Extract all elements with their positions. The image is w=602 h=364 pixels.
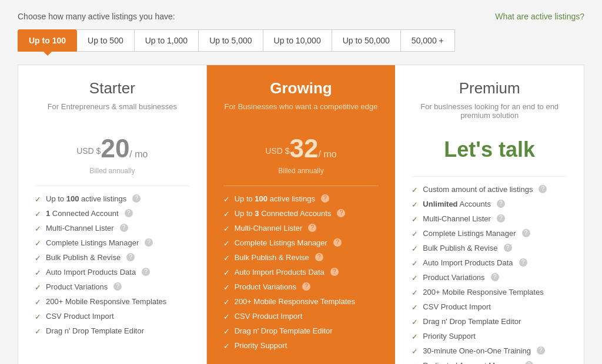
help-icon[interactable]: ? <box>145 238 153 247</box>
check-icon: ✓ <box>223 327 230 336</box>
feature-item: ✓Drag n' Drop Template Editor <box>412 317 567 326</box>
check-icon: ✓ <box>35 210 41 218</box>
plan-starter: StarterFor Entrepreneurs & small busines… <box>18 65 207 364</box>
help-icon[interactable]: ? <box>308 224 316 232</box>
help-icon[interactable]: ? <box>126 253 135 261</box>
feature-text: Auto Import Products Data <box>235 268 325 277</box>
help-icon[interactable]: ? <box>537 346 545 355</box>
feature-item: ✓Complete Listings Manager? <box>223 238 379 248</box>
plan-starter-price: USD $20/ mo <box>35 134 190 163</box>
tab-50000-button[interactable]: Up to 50,000 <box>332 29 401 52</box>
feature-text: 30-minute One-on-One Training <box>423 346 531 355</box>
check-icon: ✓ <box>412 288 418 297</box>
feature-text: Dedicated Account Manager <box>423 361 519 364</box>
feature-text: Auto Import Products Data <box>46 268 136 277</box>
help-icon[interactable]: ? <box>302 282 310 291</box>
check-icon: ✓ <box>223 268 230 277</box>
help-icon[interactable]: ? <box>497 200 505 208</box>
help-icon[interactable]: ? <box>491 273 499 281</box>
feature-item: ✓200+ Mobile Responsive Templates <box>412 288 567 297</box>
check-icon: ✓ <box>223 254 230 262</box>
help-icon[interactable]: ? <box>125 209 133 217</box>
feature-text: Custom amount of active listings <box>423 185 533 194</box>
feature-text: Multi-Channel Lister <box>46 224 114 232</box>
help-icon[interactable]: ? <box>539 185 547 193</box>
help-icon[interactable]: ? <box>315 253 323 261</box>
feature-item: ✓Up to 3 Connected Accounts? <box>223 209 379 218</box>
feature-text: 200+ Mobile Responsive Templates <box>423 288 543 296</box>
feature-text: Up to 3 Connected Accounts <box>235 209 332 218</box>
feature-item: ✓Multi-Channel Lister? <box>35 224 190 233</box>
check-icon: ✓ <box>35 268 41 277</box>
feature-text: Bulk Publish & Revise <box>46 253 121 262</box>
tab-100-button[interactable]: Up to 100 <box>18 29 77 52</box>
plan-growing-billed: Billed annually <box>223 167 379 175</box>
feature-text: CSV Product Import <box>423 302 491 311</box>
check-icon: ✓ <box>412 347 418 356</box>
feature-item: ✓1 Connected Account? <box>35 209 190 218</box>
help-icon[interactable]: ? <box>142 268 150 276</box>
help-icon[interactable]: ? <box>519 258 527 267</box>
check-icon: ✓ <box>412 186 418 194</box>
plan-premium-divider <box>412 176 567 177</box>
feature-text: Complete Listings Manager <box>235 238 327 247</box>
help-icon[interactable]: ? <box>330 268 339 276</box>
help-icon[interactable]: ? <box>321 194 329 203</box>
feature-text: Bulk Publish & Revise <box>423 244 497 252</box>
help-icon[interactable]: ? <box>113 282 122 291</box>
plan-premium-name: Premium <box>412 79 567 97</box>
feature-item: ✓Bulk Publish & Revise? <box>223 253 379 262</box>
header-question: Choose how many active listings you have… <box>18 12 175 21</box>
check-icon: ✓ <box>35 254 41 262</box>
feature-item: ✓Complete Listings Manager? <box>35 238 190 248</box>
check-icon: ✓ <box>35 298 41 306</box>
page-wrapper: Choose how many active listings you have… <box>0 0 602 364</box>
help-icon[interactable]: ? <box>132 194 141 203</box>
help-icon[interactable]: ? <box>522 229 530 237</box>
feature-item: ✓Custom amount of active listings? <box>412 185 567 194</box>
tab-500-button[interactable]: Up to 500 <box>77 29 135 52</box>
what-are-active-listings-link[interactable]: What are active listings? <box>495 12 584 21</box>
feature-text: 1 Connected Account <box>46 209 119 218</box>
tab-10000-button[interactable]: Up to 10,000 <box>263 29 332 52</box>
feature-item: ✓CSV Product Import <box>35 312 190 321</box>
feature-text: 200+ Mobile Responsive Templates <box>235 297 355 306</box>
feature-item: ✓200+ Mobile Responsive Templates <box>35 297 190 306</box>
feature-item: ✓Auto Import Products Data? <box>412 258 567 268</box>
tab-1000-button[interactable]: Up to 1,000 <box>135 29 199 52</box>
price-period: / mo <box>129 149 148 159</box>
check-icon: ✓ <box>223 210 230 218</box>
check-icon: ✓ <box>412 215 418 224</box>
tab-5000-button[interactable]: Up to 5,000 <box>199 29 263 52</box>
check-icon: ✓ <box>412 200 418 209</box>
plan-growing-price-area: USD $32/ mo <box>223 134 379 163</box>
feature-item: ✓Drag n' Drop Template Editor <box>35 326 190 336</box>
check-icon: ✓ <box>223 239 230 248</box>
help-icon[interactable]: ? <box>497 214 505 223</box>
check-icon: ✓ <box>35 312 41 321</box>
feature-text: Priority Support <box>423 332 476 341</box>
feature-text: Product Variations <box>235 282 296 291</box>
help-icon[interactable]: ? <box>504 244 512 252</box>
price-period: / mo <box>319 149 337 159</box>
check-icon: ✓ <box>35 327 41 336</box>
header-row: Choose how many active listings you have… <box>18 12 584 21</box>
feature-item: ✓Product Variations? <box>412 273 567 282</box>
tabs-row: Up to 100Up to 500Up to 1,000Up to 5,000… <box>18 29 584 52</box>
feature-item: ✓Product Variations? <box>223 282 379 292</box>
plan-starter-name: Starter <box>35 79 190 97</box>
help-icon[interactable]: ? <box>337 209 345 217</box>
plan-starter-price-area: USD $20/ mo <box>35 134 190 163</box>
plan-premium-lets-talk[interactable]: Let's talk <box>412 137 567 162</box>
feature-text: Drag n' Drop Template Editor <box>423 317 521 326</box>
check-icon: ✓ <box>223 224 230 233</box>
price-currency: USD $ <box>76 146 101 156</box>
feature-item: ✓CSV Product Import <box>412 302 567 312</box>
help-icon[interactable]: ? <box>120 224 128 232</box>
help-icon[interactable]: ? <box>333 238 342 247</box>
tab-50000plus-button[interactable]: 50,000 + <box>401 29 455 52</box>
help-icon[interactable]: ? <box>525 361 533 364</box>
plan-starter-divider <box>35 186 190 186</box>
feature-text: Drag n' Drop Template Editor <box>46 326 144 335</box>
price-amount: 20 <box>101 134 129 163</box>
